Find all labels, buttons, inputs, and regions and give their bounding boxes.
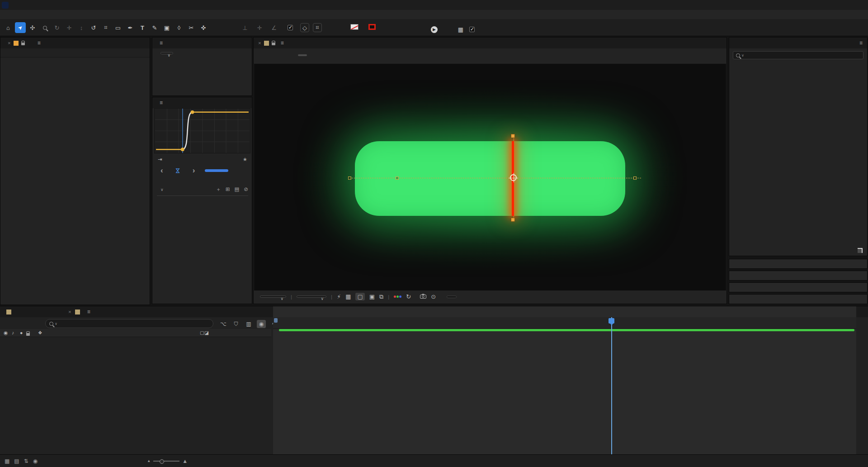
add-play-icon[interactable]: ▶ [431,26,438,33]
dependencies-icon[interactable]: ▦ [5,458,9,464]
keyframe-handle-right[interactable] [633,176,637,180]
flow-panel: ≡ ⇥ ★ ‹ ⋈ › ∨ [152,97,252,304]
anchor-point[interactable] [510,174,517,181]
brush-tool-icon[interactable]: ✎ [149,22,160,33]
mask-visibility-icon[interactable]: ▢ [355,293,364,300]
snapping-checkbox[interactable] [288,25,293,30]
media-cache-icon[interactable]: ▤ [14,458,19,464]
stroke-swatch[interactable] [368,24,376,30]
motion-blur-icon[interactable]: ◉ [257,320,266,328]
crop-icon[interactable]: ⧉ [379,293,383,300]
breadcrumb-current[interactable] [298,54,307,56]
flow-curve-editor[interactable] [154,108,250,153]
fast-previews-icon[interactable]: ⚡ [337,293,341,300]
viewer-lock-icon[interactable] [272,43,275,45]
flow-trash-icon[interactable]: ⊘ [244,186,248,193]
pan-camera-tool-icon[interactable]: ✛ [64,22,75,33]
video-column-icon: ◉ [4,330,8,335]
flow-favorite-star-icon[interactable]: ★ [243,156,247,162]
bottom-handle[interactable] [511,218,515,222]
navigator-handle[interactable] [274,318,278,323]
snapshot-camera-icon[interactable] [420,293,426,300]
flow-apply-button[interactable] [205,169,228,172]
flow-folder-icon[interactable]: ▤ [234,186,239,193]
view-axis-mode-icon[interactable]: ∠ [269,22,279,33]
timeline-column-header: ◉ ♪ ● ❖ ▢◪ [0,329,271,337]
composition-flowchart-icon[interactable]: ⌥ [219,320,228,328]
panel-header-properties[interactable] [729,282,868,292]
comp-icon [75,310,80,315]
keyframe-handle-left[interactable] [348,176,351,180]
panel-menu-icon[interactable]: ≡ [38,40,41,46]
panel-header-info[interactable] [729,294,868,304]
pen-tool-icon[interactable]: ✒ [125,22,136,33]
eraser-tool-icon[interactable]: ◊ [174,22,184,33]
snap-expand-icon[interactable]: ⌗ [313,23,322,32]
text-tool-icon[interactable]: T [137,22,148,33]
panel-corner-icon[interactable] [858,248,863,253]
playhead-line[interactable] [611,317,612,467]
align-menu-icon[interactable]: ≡ [160,40,163,46]
collaboration-icon[interactable]: ◉ [33,458,38,464]
flow-save-icon[interactable]: ⊞ [226,186,230,193]
flow-keyframe-start [181,148,184,151]
local-axis-mode-icon[interactable]: ⊥ [240,22,250,33]
work-area-bar[interactable] [279,329,854,331]
channel-icon[interactable] [394,295,401,298]
roto-brush-tool-icon[interactable]: ✂ [186,22,197,33]
transparency-grid-icon[interactable]: ▦ [345,293,351,300]
viewer-menu-icon[interactable]: ≡ [281,40,284,46]
timeline-search-input[interactable]: ∨ [45,319,213,328]
flow-next-icon[interactable]: › [193,166,195,175]
resolution-dropdown[interactable] [297,295,326,298]
playhead-handle[interactable] [609,318,614,324]
clone-stamp-tool-icon[interactable]: ▣ [161,22,172,33]
selection-tool-icon[interactable]: ➤ [15,22,26,33]
rectangle-tool-icon[interactable]: ▭ [113,22,123,33]
zoom-dropdown[interactable] [260,295,286,298]
effects-presets-menu-icon[interactable]: ≡ [859,40,863,46]
home-tool-icon[interactable]: ⌂ [3,22,14,33]
world-axis-mode-icon[interactable]: ✛ [254,22,265,33]
time-ruler[interactable] [273,317,856,329]
flow-prev-icon[interactable]: ‹ [160,166,163,175]
keyframe-handle-mid[interactable] [396,176,399,180]
hand-tool-icon[interactable]: ✣ [27,22,38,33]
flow-add-icon[interactable]: ＋ [216,186,221,193]
flow-input-icon[interactable]: ⇥ [158,156,162,162]
reset-exposure-icon[interactable]: ↻ [406,293,411,300]
panel-header-tracker[interactable] [729,271,868,281]
auto-open-panel-checkbox[interactable] [469,27,475,32]
sync-icon[interactable]: ⇅ [24,458,28,464]
camera-tool-icon[interactable]: ⌗ [100,22,111,33]
rotation-tool-icon[interactable]: ↺ [88,22,99,33]
puppet-pin-tool-icon[interactable]: ✜ [198,22,209,33]
align-target-dropdown[interactable] [160,52,173,54]
zoom-out-mountain-icon[interactable]: ▲ [147,459,151,463]
timeline-tab-close-icon[interactable]: × [68,309,71,315]
fill-swatch[interactable] [350,24,359,30]
zoom-in-mountain-icon[interactable]: ▲ [182,458,188,464]
timeline-menu-icon[interactable]: ≡ [87,309,90,315]
project-tab-close-icon[interactable]: × [8,40,11,46]
frame-blending-icon[interactable]: ▥ [244,320,253,328]
zoom-tool-icon[interactable] [39,22,50,33]
zoom-slider[interactable] [153,461,179,462]
flow-invert-icon[interactable]: ⋈ [175,168,181,174]
viewport[interactable] [254,64,726,291]
orbit-camera-tool-icon[interactable]: ↻ [52,22,62,33]
panel-header-character[interactable] [729,259,868,269]
effects-search-input[interactable]: ∨ [733,51,863,59]
viewer-timecode[interactable] [447,295,457,298]
viewer-tab-close-icon[interactable]: × [258,40,261,46]
top-handle[interactable] [511,134,515,138]
grid-options-icon[interactable]: ▦ [455,24,466,35]
draft-3d-icon[interactable]: ⛉ [231,320,241,328]
dolly-camera-tool-icon[interactable]: ↕ [76,22,87,33]
timeline-zoom-control[interactable]: ▲ ▲ [147,458,188,464]
flow-menu-icon[interactable]: ≡ [160,100,163,106]
region-of-interest-icon[interactable]: ▣ [369,293,375,300]
flow-group-caret-icon[interactable]: ∨ [160,187,164,192]
show-snapshot-icon[interactable]: ⊙ [431,293,436,300]
snap-options-icon[interactable]: ◇ [300,23,309,32]
